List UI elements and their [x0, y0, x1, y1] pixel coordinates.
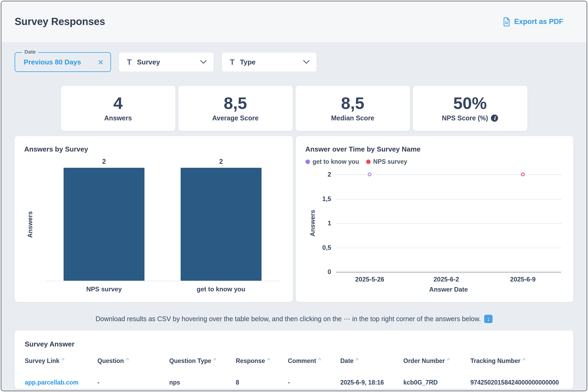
kpi-label: Average Score: [212, 114, 258, 122]
chevron-down-icon: [303, 60, 310, 64]
legend-dot-icon: [366, 160, 371, 164]
cell-order-number: kcb0G_7RD: [403, 379, 470, 386]
pdf-document-icon: [503, 17, 510, 26]
kpi-card-answers: 4 Answers: [61, 86, 175, 131]
column-header-tracking-number[interactable]: Tracking Number^: [470, 357, 563, 365]
table-title: Survey Answer: [25, 340, 563, 348]
charts-row: Answers by Survey Answers 2 2 NPS: [15, 136, 573, 302]
table-row[interactable]: app.parcellab.com - nps 8 - 2025-6-9, 18…: [25, 379, 563, 386]
y-tick-label: 1: [328, 219, 331, 227]
y-tick-label: 0: [328, 268, 331, 276]
bar-nps-survey[interactable]: [64, 168, 144, 281]
survey-responses-page: Survey Responses Export as PDF Date Prev…: [1, 1, 587, 391]
sort-caret-icon: ^: [523, 357, 525, 363]
date-filter-value: Previous 80 Days: [24, 58, 98, 66]
chevron-down-icon: [200, 60, 207, 64]
survey-filter-dropdown[interactable]: T Survey: [119, 52, 214, 72]
column-header-date[interactable]: Date^: [340, 357, 403, 365]
survey-filter-label: Survey: [137, 58, 195, 66]
sort-caret-icon: ^: [356, 357, 359, 363]
sort-caret-icon: ^: [267, 357, 270, 363]
cell-response: 8: [236, 379, 288, 386]
y-tick-label: 0,5: [322, 244, 331, 251]
bar-category-label: NPS survey: [64, 285, 144, 293]
legend-label: NPS survey: [373, 158, 407, 165]
column-header-order-number[interactable]: Order Number^: [403, 357, 470, 365]
cell-date: 2025-6-9, 18:16: [340, 379, 403, 386]
type-filter-label: Type: [240, 58, 298, 66]
text-filter-icon: T: [127, 58, 132, 67]
kpi-label: Median Score: [331, 114, 374, 122]
scatter-plot-area: Answers 2 1,5 1 0,5 0 2025-5-26 2025-6-2…: [336, 174, 561, 272]
bar-category-label: get to know you: [181, 285, 262, 293]
bar-group: 2: [64, 168, 144, 281]
bar-plot-area: 2 2: [45, 168, 280, 281]
kpi-value: 8,5: [224, 95, 247, 112]
kpi-label: Answers: [104, 114, 132, 122]
gridline: [336, 199, 561, 199]
kpi-label-text: NPS Score (%): [442, 114, 488, 122]
type-filter-dropdown[interactable]: T Type: [222, 52, 317, 72]
scatter-x-axis-label: Answer Date: [336, 286, 561, 293]
legend-item-nps-survey[interactable]: NPS survey: [366, 158, 407, 165]
kpi-card-median-score: 8,5 Median Score: [296, 86, 410, 131]
legend-label: get to know you: [313, 158, 359, 165]
date-filter-label: Date: [22, 49, 38, 55]
y-tick-label: 1,5: [322, 195, 331, 203]
page-header: Survey Responses Export as PDF: [1, 1, 587, 42]
date-filter-chip[interactable]: Date Previous 80 Days: [15, 52, 111, 72]
survey-answer-panel: Survey Answer Survey Link^ Question^ Que…: [15, 330, 573, 389]
column-header-question-type[interactable]: Question Type^: [169, 357, 236, 365]
column-header-question[interactable]: Question^: [97, 357, 169, 365]
chart-legend: get to know you NPS survey: [305, 158, 564, 166]
kpi-value: 4: [113, 95, 123, 112]
bar-chart-title: Answers by Survey: [24, 145, 283, 153]
info-icon[interactable]: i: [491, 115, 498, 122]
cell-tracking-number: 97425020158424000000000000: [470, 379, 563, 386]
kpi-row: 4 Answers 8,5 Average Score 8,5 Median S…: [1, 86, 587, 131]
close-icon[interactable]: [98, 59, 103, 65]
column-header-comment[interactable]: Comment^: [288, 357, 340, 365]
text-filter-icon: T: [230, 58, 235, 67]
answers-by-survey-panel: Answers by Survey Answers 2 2 NPS: [15, 136, 293, 302]
csv-hint: Download results as CSV by hovering over…: [1, 315, 587, 323]
x-axis-line: [336, 272, 561, 272]
sort-caret-icon: ^: [126, 357, 129, 363]
survey-link[interactable]: app.parcellab.com: [25, 379, 97, 386]
bar-get-to-know-you[interactable]: [181, 168, 262, 281]
export-pdf-button[interactable]: Export as PDF: [503, 17, 563, 26]
data-point-nps-survey[interactable]: [521, 173, 525, 176]
kpi-value: 50%: [453, 95, 487, 112]
page-title: Survey Responses: [15, 16, 105, 27]
bar-group: 2: [181, 168, 262, 281]
data-point-get-to-know-you[interactable]: [368, 173, 371, 176]
kpi-card-average-score: 8,5 Average Score: [178, 86, 293, 131]
export-pdf-label: Export as PDF: [514, 18, 563, 26]
kpi-card-nps-score: 50% NPS Score (%) i: [413, 86, 527, 131]
down-arrow-icon: ↓: [484, 315, 492, 323]
kpi-value: 8,5: [341, 95, 365, 112]
gridline: [336, 248, 561, 248]
cell-comment: -: [288, 379, 340, 386]
sort-caret-icon: ^: [447, 357, 450, 363]
x-tick-label: 2025-6-9: [510, 276, 536, 283]
table-header-row: Survey Link^ Question^ Question Type^ Re…: [25, 357, 563, 365]
y-tick-label: 2: [328, 171, 331, 178]
bar-value-label: 2: [64, 158, 144, 165]
answers-over-time-panel: Answer over Time by Survey Name get to k…: [296, 136, 574, 302]
legend-item-get-to-know-you[interactable]: get to know you: [305, 158, 359, 165]
scatter-chart-title: Answer over Time by Survey Name: [305, 145, 564, 153]
column-header-response[interactable]: Response^: [236, 357, 288, 365]
bar-value-label: 2: [181, 158, 262, 165]
cell-question: -: [97, 379, 169, 386]
x-tick-label: 2025-5-26: [355, 276, 384, 283]
gridline: [336, 223, 561, 224]
bar-chart: Answers 2 2 NPS survey get to know you: [45, 168, 280, 293]
kpi-label: NPS Score (%) i: [442, 114, 498, 122]
bar-x-axis: NPS survey get to know you: [45, 285, 280, 293]
x-tick-label: 2025-6-2: [433, 276, 459, 283]
sort-caret-icon: ^: [61, 357, 64, 363]
legend-dot-icon: [305, 160, 310, 164]
column-header-survey-link[interactable]: Survey Link^: [25, 357, 97, 365]
sort-caret-icon: ^: [318, 357, 321, 363]
